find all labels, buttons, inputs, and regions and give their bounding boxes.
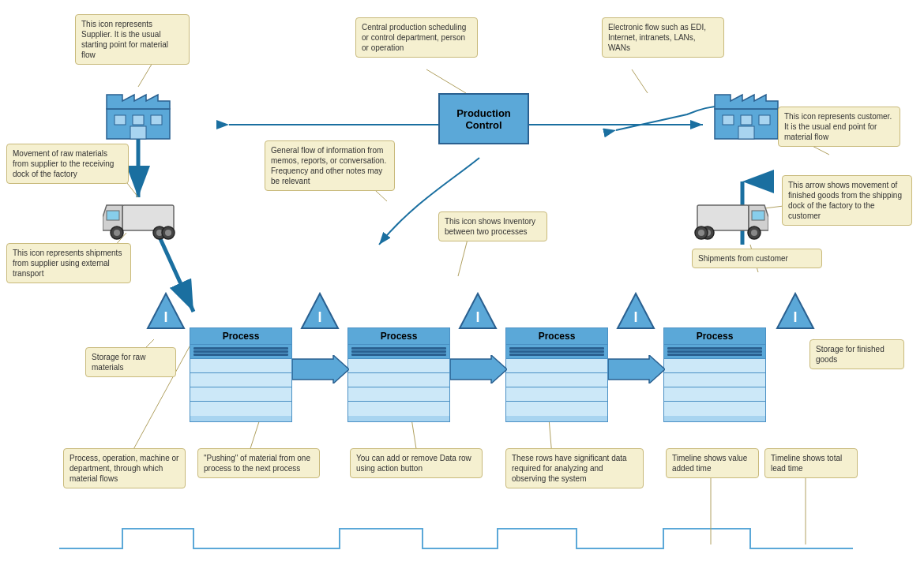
process-box-3: Process (505, 327, 608, 422)
callout-customer: This icon represents customer. It is the… (778, 107, 900, 147)
process-3-header: Process (506, 328, 607, 345)
callout-storage-finished: Storage for finished goods (809, 339, 904, 369)
process-box-2: Process (347, 327, 450, 422)
svg-rect-50 (752, 211, 764, 220)
callout-finished-goods: This arrow shows movement of finished go… (782, 175, 912, 226)
inventory-triangle-3: I (616, 292, 655, 331)
push-arrow-1 (292, 355, 349, 384)
callout-prod-control: Central production scheduling or control… (355, 17, 478, 58)
svg-rect-37 (759, 115, 770, 125)
customer-factory-icon (711, 85, 782, 140)
callout-timeline-lead: Timeline shows total lead time (764, 448, 858, 478)
callout-process: Process, operation, machine or departmen… (63, 448, 186, 488)
callout-push-arrow: "Pushing" of material from one process t… (197, 448, 320, 478)
inventory-triangle-finished: I (776, 292, 815, 331)
svg-point-56 (698, 230, 704, 236)
svg-line-12 (632, 69, 648, 93)
push-arrow-2 (450, 355, 507, 384)
supplier-truck-icon (103, 201, 178, 245)
svg-line-11 (426, 69, 466, 93)
callout-shipments-customer: Shipments from customer (692, 249, 822, 268)
process-4-header: Process (664, 328, 765, 345)
svg-marker-68 (450, 355, 507, 384)
process-box-1: Process (190, 327, 292, 422)
callout-shipment-supplier: This icon represents shipments from supp… (6, 243, 131, 283)
svg-rect-35 (723, 115, 734, 125)
callout-raw-material-move: Movement of raw materials from supplier … (6, 144, 129, 184)
svg-text:I: I (793, 309, 797, 325)
svg-marker-34 (715, 95, 778, 109)
supplier-factory-icon (103, 85, 174, 140)
process-1-header: Process (190, 328, 291, 345)
callout-electronic-flow: Electronic flow such as EDI, Internet, i… (602, 17, 724, 58)
svg-rect-32 (130, 126, 146, 139)
customer-truck-icon (693, 201, 768, 245)
push-arrow-3 (608, 355, 665, 384)
svg-text:I: I (163, 309, 167, 325)
process-box-4: Process (663, 327, 766, 422)
svg-rect-41 (107, 211, 119, 220)
svg-marker-67 (292, 355, 349, 384)
process-2-header: Process (348, 328, 449, 345)
callout-info-flow: General flow of information from memos, … (265, 140, 395, 191)
svg-rect-31 (151, 115, 162, 125)
production-control-box: Production Control (438, 93, 529, 144)
inventory-triangle-raw: I (146, 292, 186, 331)
callout-timeline-value: Timeline shows value added time (666, 448, 759, 478)
svg-rect-29 (115, 115, 126, 125)
svg-rect-38 (738, 126, 754, 139)
svg-text:I: I (317, 309, 321, 325)
inventory-triangle-1: I (300, 292, 340, 331)
svg-text:I: I (475, 309, 479, 325)
callout-inventory: This icon shows Inventory between two pr… (438, 211, 547, 241)
svg-rect-36 (741, 115, 752, 125)
callout-data-rows: You can add or remove Data row using act… (350, 448, 483, 478)
callout-supplier: This icon represents Supplier. It is the… (75, 14, 190, 65)
svg-point-47 (165, 230, 171, 236)
svg-rect-30 (133, 115, 144, 125)
svg-point-54 (751, 230, 757, 236)
callout-significant-rows: These rows have significant data require… (505, 448, 644, 488)
production-control-label: Production Control (456, 107, 511, 131)
svg-marker-28 (107, 95, 170, 109)
svg-point-43 (114, 230, 120, 236)
svg-text:I: I (633, 309, 637, 325)
svg-marker-69 (608, 355, 665, 384)
callout-storage-raw: Storage for raw materials (85, 347, 176, 377)
inventory-triangle-2: I (458, 292, 498, 331)
